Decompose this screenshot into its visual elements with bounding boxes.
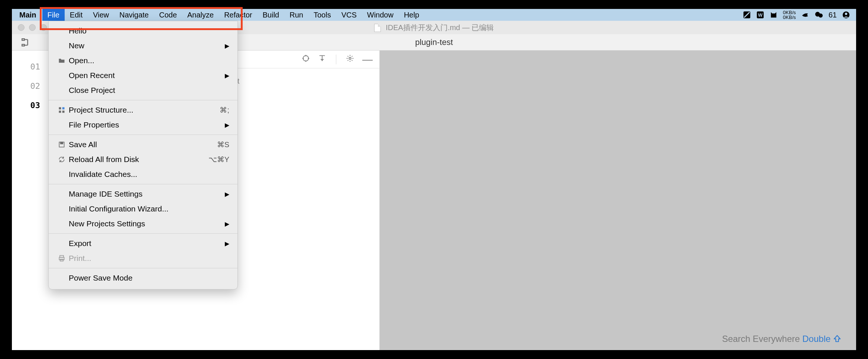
submenu-arrow-icon: ▶ bbox=[225, 122, 229, 129]
submenu-arrow-icon: ▶ bbox=[225, 240, 229, 247]
save-icon bbox=[57, 141, 67, 148]
structure-icon[interactable] bbox=[21, 38, 30, 47]
menu-item-new[interactable]: New▶ bbox=[49, 38, 237, 53]
shortcut: ⌘S bbox=[217, 140, 229, 149]
svg-point-6 bbox=[845, 13, 847, 15]
menu-item-file-properties[interactable]: File Properties▶ bbox=[49, 117, 237, 132]
menu-item-label: Print... bbox=[69, 254, 91, 263]
svg-rect-13 bbox=[59, 111, 61, 113]
menu-file[interactable]: File bbox=[42, 9, 65, 21]
menu-item-label: Close Project bbox=[69, 86, 115, 95]
svg-point-9 bbox=[303, 55, 309, 61]
file-menu-dropdown[interactable]: HelloNew▶Open...Open Recent▶Close Projec… bbox=[48, 21, 238, 290]
traffic-lights[interactable] bbox=[12, 24, 47, 31]
menu-item-save-all[interactable]: Save All⌘S bbox=[49, 137, 237, 152]
menu-navigate[interactable]: Navigate bbox=[114, 9, 154, 21]
app-name: Main bbox=[12, 11, 42, 19]
submenu-arrow-icon: ▶ bbox=[225, 72, 229, 79]
zoom-dot[interactable] bbox=[40, 24, 47, 31]
contrast-icon[interactable] bbox=[743, 11, 751, 19]
menu-item-label: Open Recent bbox=[69, 71, 115, 80]
menu-item-label: Initial Configuration Wizard... bbox=[69, 204, 168, 213]
wps-icon[interactable]: W bbox=[756, 11, 764, 19]
menu-item-label: Hello bbox=[69, 26, 87, 35]
menu-item-hello[interactable]: Hello bbox=[49, 23, 237, 38]
menu-item-power-save-mode[interactable]: Power Save Mode bbox=[49, 271, 237, 285]
menu-item-label: Manage IDE Settings bbox=[69, 190, 142, 198]
svg-point-4 bbox=[819, 13, 823, 17]
net-speed: 0KB/s 0KB/s bbox=[783, 10, 796, 20]
svg-point-10 bbox=[349, 57, 351, 59]
menu-item-new-projects-settings[interactable]: New Projects Settings▶ bbox=[49, 216, 237, 231]
menu-item-initial-configuration-wizard[interactable]: Initial Configuration Wizard... bbox=[49, 201, 237, 216]
menu-item-label: Project Structure... bbox=[69, 106, 133, 114]
menu-help[interactable]: Help bbox=[399, 9, 424, 21]
line-number: 02 bbox=[12, 77, 46, 96]
close-dot[interactable] bbox=[18, 24, 25, 31]
menu-item-invalidate-caches[interactable]: Invalidate Caches... bbox=[49, 167, 237, 182]
svg-rect-14 bbox=[62, 111, 65, 113]
menu-refactor[interactable]: Refactor bbox=[219, 9, 258, 21]
menu-item-label: Reload All from Disk bbox=[69, 155, 139, 164]
collapse-icon[interactable] bbox=[318, 54, 326, 65]
line-number: 01 bbox=[12, 57, 46, 77]
menu-tools[interactable]: Tools bbox=[308, 9, 336, 21]
target-icon[interactable] bbox=[302, 54, 310, 65]
menu-vcs[interactable]: VCS bbox=[336, 9, 362, 21]
print-icon bbox=[57, 255, 67, 262]
shortcut: ⌘; bbox=[220, 106, 229, 114]
mac-menubar: Main FileEditViewNavigateCodeAnalyzeRefa… bbox=[12, 9, 856, 21]
menu-item-label: Save All bbox=[69, 140, 97, 149]
menu-run[interactable]: Run bbox=[284, 9, 308, 21]
svg-rect-11 bbox=[59, 107, 61, 110]
menu-tray: W 0KB/s 0KB/s 61 bbox=[743, 10, 856, 20]
gear-icon[interactable] bbox=[346, 54, 354, 65]
menu-item-label: New bbox=[69, 41, 84, 50]
search-everywhere-hint: Search Everywhere Double bbox=[722, 334, 841, 345]
menu-item-close-project[interactable]: Close Project bbox=[49, 83, 237, 98]
menu-item-open-recent[interactable]: Open Recent▶ bbox=[49, 68, 237, 83]
menu-window[interactable]: Window bbox=[362, 9, 399, 21]
menu-item-label: File Properties bbox=[69, 120, 119, 129]
submenu-arrow-icon: ▶ bbox=[225, 42, 229, 49]
line-number: 03 bbox=[12, 96, 46, 115]
menu-analyze[interactable]: Analyze bbox=[182, 9, 219, 21]
minimize-icon[interactable]: — bbox=[362, 58, 373, 61]
menu-item-label: Invalidate Caches... bbox=[69, 170, 137, 179]
svg-rect-8 bbox=[22, 44, 25, 46]
menu-code[interactable]: Code bbox=[154, 9, 182, 21]
menu-item-export[interactable]: Export▶ bbox=[49, 236, 237, 251]
svg-rect-7 bbox=[22, 39, 25, 40]
svg-rect-16 bbox=[61, 142, 63, 144]
menu-item-project-structure[interactable]: Project Structure...⌘; bbox=[49, 103, 237, 117]
menu-item-open[interactable]: Open... bbox=[49, 53, 237, 68]
menu-item-reload-all-from-disk[interactable]: Reload All from Disk⌥⌘Y bbox=[49, 152, 237, 167]
shortcut: ⌥⌘Y bbox=[208, 155, 229, 164]
cat-icon[interactable] bbox=[770, 11, 778, 19]
reload-icon bbox=[57, 156, 67, 163]
structure-icon bbox=[57, 106, 67, 114]
submenu-arrow-icon: ▶ bbox=[225, 191, 229, 198]
menu-view[interactable]: View bbox=[88, 9, 114, 21]
menu-item-label: New Projects Settings bbox=[69, 219, 145, 228]
svg-rect-12 bbox=[62, 107, 65, 110]
menu-item-label: Export bbox=[69, 239, 91, 248]
document-icon bbox=[374, 24, 381, 32]
menu-build[interactable]: Build bbox=[258, 9, 284, 21]
menu-item-manage-ide-settings[interactable]: Manage IDE Settings▶ bbox=[49, 187, 237, 201]
bird-icon[interactable] bbox=[801, 11, 809, 19]
menu-edit[interactable]: Edit bbox=[65, 9, 88, 21]
shift-icon bbox=[833, 334, 841, 345]
menu-item-label: Power Save Mode bbox=[69, 274, 133, 282]
user-icon[interactable] bbox=[842, 11, 850, 19]
svg-text:W: W bbox=[758, 12, 763, 18]
battery-text: 61 bbox=[829, 11, 837, 19]
submenu-arrow-icon: ▶ bbox=[225, 220, 229, 227]
line-number-gutter: 010203 bbox=[12, 51, 46, 350]
editor-placeholder: Search Everywhere Double bbox=[380, 51, 856, 350]
menu-item-print: Print... bbox=[49, 251, 237, 266]
menu-item-label: Open... bbox=[69, 56, 94, 65]
minimize-dot[interactable] bbox=[29, 24, 36, 31]
wechat-icon[interactable] bbox=[814, 11, 823, 19]
folder-icon bbox=[57, 57, 67, 64]
